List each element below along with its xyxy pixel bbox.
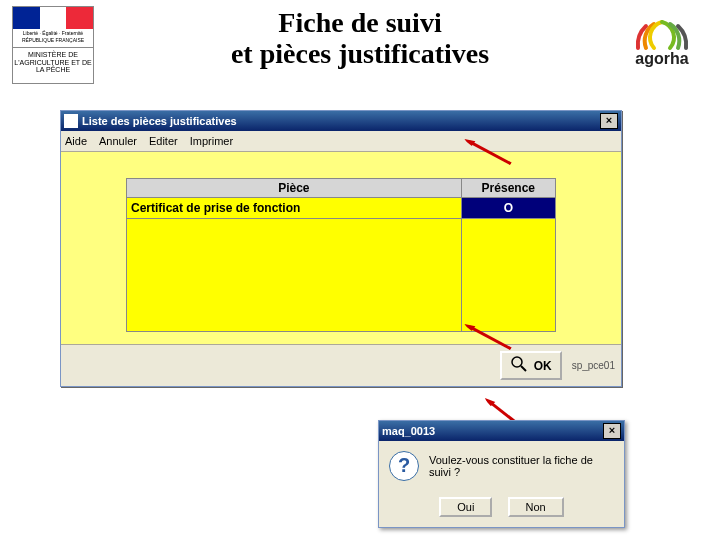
no-button[interactable]: Non <box>508 497 564 517</box>
yes-button[interactable]: Oui <box>439 497 492 517</box>
col-presence: Présence <box>461 179 555 198</box>
table-row[interactable]: Certificat de prise de fonction O <box>127 198 556 219</box>
ministry-logo: Liberté · Égalité · Fraternité RÉPUBLIQU… <box>12 6 94 84</box>
confirm-dialog: maq_0013 × ? Voulez-vous constituer la f… <box>378 420 625 528</box>
col-piece: Pièce <box>127 179 462 198</box>
menu-imprimer[interactable]: Imprimer <box>190 135 233 147</box>
pieces-table[interactable]: Pièce Présence Certificat de prise de fo… <box>126 178 556 332</box>
window-title: Liste des pièces justificatives <box>82 115 237 127</box>
menu-editer[interactable]: Editer <box>149 135 178 147</box>
svg-point-0 <box>512 357 522 367</box>
menu-aide[interactable]: Aide <box>65 135 87 147</box>
cell-piece: Certificat de prise de fonction <box>127 198 462 219</box>
window-icon <box>64 114 78 128</box>
close-icon[interactable]: × <box>603 423 621 439</box>
dialog-titlebar[interactable]: maq_0013 × <box>379 421 624 441</box>
status-code: sp_pce01 <box>572 360 615 371</box>
dialog-title: maq_0013 <box>382 425 435 437</box>
menu-annuler[interactable]: Annuler <box>99 135 137 147</box>
ok-button[interactable]: OK <box>500 351 562 380</box>
page-title: Fiche de suivi et pièces justificatives <box>150 8 570 70</box>
svg-line-1 <box>521 366 526 371</box>
dialog-message: Voulez-vous constituer la fiche de suivi… <box>429 454 614 478</box>
empty-area <box>127 219 462 332</box>
menubar: Aide Annuler Editer Imprimer <box>61 131 621 152</box>
close-icon[interactable]: × <box>600 113 618 129</box>
cell-presence: O <box>461 198 555 219</box>
svg-marker-7 <box>484 395 495 408</box>
window-titlebar[interactable]: Liste des pièces justificatives × <box>61 111 621 131</box>
pieces-justificatives-window: Liste des pièces justificatives × Aide A… <box>60 110 622 387</box>
question-icon: ? <box>389 451 419 481</box>
magnifier-icon <box>510 355 528 376</box>
agorha-logo: agorha <box>622 18 702 68</box>
